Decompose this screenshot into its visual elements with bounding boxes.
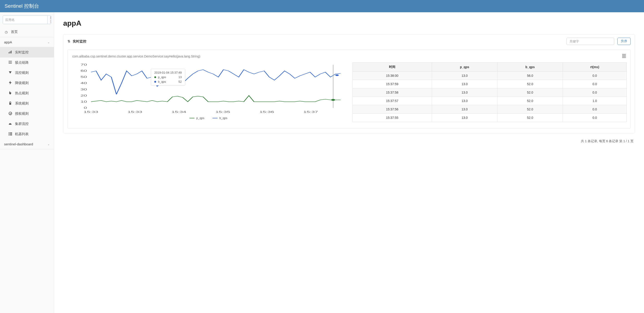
identity-icon [8,61,12,64]
table-cell: 52.0 [498,114,563,122]
table-row: 15:37:5613.052.00.0 [352,105,627,114]
authority-icon [8,112,12,116]
table-cell: 15:37:59 [352,80,432,88]
sort-button[interactable]: 升序 [618,38,630,45]
svg-point-7 [9,112,12,115]
dashboard-icon: ◷ [4,30,8,34]
legend-item: b_qps [212,116,227,120]
app-search: 搜索 [3,15,51,24]
app-search-input[interactable] [3,16,47,24]
tooltip-series-name: b_qps [158,80,166,83]
sidebar-app-sentinel-dashboard[interactable]: sentinel-dashboard⌄ [0,139,54,149]
chart-tooltip: 2019-01-04 15:37:49 p_qps 13 [151,69,185,85]
degrade-icon [8,81,12,85]
svg-text:40: 40 [80,82,87,85]
nav-home[interactable]: ◷ 首页 [0,27,54,37]
sidebar-item-label: 流控规则 [15,71,29,75]
svg-text:15:35: 15:35 [216,110,230,113]
resource-panel: com.alibaba.csp.sentinel.demo.cluster.ap… [68,49,630,129]
app-search-button[interactable]: 搜索 [47,16,51,24]
sidebar-item-label: 集群流控 [15,122,29,126]
chart-legend: p_qps b_qps [71,116,346,120]
sidebar-app-appA[interactable]: appA⌄ [0,37,54,47]
svg-rect-11 [10,134,12,134]
app-title: Sentinel 控制台 [4,3,39,9]
sidebar-item-label: 热点规则 [15,91,29,95]
svg-rect-10 [9,134,10,134]
metric-panel: ⇅ 实时监控 升序 com.alibaba.csp.sentinel.demo.… [63,34,635,133]
flow-icon [8,71,12,75]
table-header: p_qps [432,63,497,71]
svg-text:15:33: 15:33 [128,110,142,113]
sidebar-item-metric[interactable]: 实时监控 [0,47,54,57]
table-row: 15:37:5813.052.00.0 [352,88,627,97]
table-cell: 1.0 [563,97,627,105]
legend-item: p_qps [190,116,204,120]
svg-text:20: 20 [80,94,87,97]
sidebar-item-machine[interactable]: 机器列表 [0,129,54,139]
chevron-down-icon: ⌄ [48,143,50,146]
table-cell: 15:37:57 [352,97,432,105]
tooltip-series-name: p_qps [158,75,166,79]
table-header: rt(ms) [563,63,627,71]
param-icon [8,91,12,95]
svg-text:15:36: 15:36 [259,110,274,113]
sidebar-item-label: 授权规则 [15,111,29,116]
svg-text:50: 50 [80,76,87,79]
sidebar-item-param[interactable]: 热点规则 [0,88,54,98]
svg-rect-12 [9,135,10,135]
table-cell: 13.0 [432,97,497,105]
table-cell: 0.0 [563,80,627,88]
svg-point-30 [336,74,339,76]
sidebar: 搜索 ◷ 首页 appA⌄实时监控簇点链路流控规则降级规则热点规则系统规则授权规… [0,12,54,313]
svg-text:10: 10 [80,100,87,103]
table-row: 15:37:5913.052.00.0 [352,80,627,88]
svg-text:30: 30 [80,88,87,91]
machine-icon [8,132,12,136]
table-cell: 15:38:00 [352,71,432,80]
table-cell: 15:37:55 [352,114,432,122]
table-row: 15:37:5513.052.00.0 [352,114,627,122]
sidebar-item-system[interactable]: 系统规则 [0,98,54,109]
sort-order-icon: ⇅ [68,39,70,43]
tooltip-time: 2019-01-04 15:37:49 [154,71,182,74]
panel-title: 实时监控 [73,39,86,44]
system-icon [8,101,12,106]
dot-icon [154,81,156,83]
svg-rect-9 [10,132,12,133]
table-cell: 15:37:56 [352,105,432,114]
svg-text:15:33: 15:33 [84,110,98,113]
sidebar-item-label: 降级规则 [15,81,29,85]
svg-rect-13 [10,135,12,135]
svg-rect-4 [9,62,12,62]
sidebar-item-authority[interactable]: 授权规则 [0,109,54,119]
sidebar-item-flow[interactable]: 流控规则 [0,68,54,78]
table-cell: 0.0 [563,88,627,97]
keyword-input[interactable] [566,38,614,45]
svg-text:0: 0 [84,106,87,109]
legend-swatch-icon [212,118,218,118]
legend-swatch-icon [190,118,194,118]
table-cell: 52.0 [498,105,563,114]
sidebar-item-cluster[interactable]: 集群流控 [0,119,54,129]
table-cell: 13.0 [432,71,497,80]
resource-name: com.alibaba.csp.sentinel.demo.cluster.ap… [72,54,200,58]
pagination-info: 共 1 条记录, 每页 6 条记录 第 1 / 1 页 [63,139,635,143]
table-cell: 0.0 [563,114,627,122]
svg-rect-2 [11,51,12,53]
table-cell: 52.0 [498,88,563,97]
hamburger-icon[interactable] [622,53,626,59]
table-row: 15:38:0013.056.00.0 [352,71,627,80]
svg-rect-3 [9,61,12,61]
main-content: appA ⇅ 实时监控 升序 com.alibaba.csp.sentinel.… [54,12,644,313]
table-cell: 56.0 [498,71,563,80]
chevron-down-icon: ⌄ [48,41,50,44]
sidebar-item-identity[interactable]: 簇点链路 [0,57,54,68]
sidebar-item-degrade[interactable]: 降级规则 [0,78,54,88]
tooltip-series-value: 52 [178,80,182,83]
table-cell: 0.0 [563,71,627,80]
table-cell: 0.0 [563,105,627,114]
legend-label: p_qps [196,116,204,120]
table-cell: 52.0 [498,80,563,88]
sidebar-item-label: 系统规则 [15,101,29,106]
